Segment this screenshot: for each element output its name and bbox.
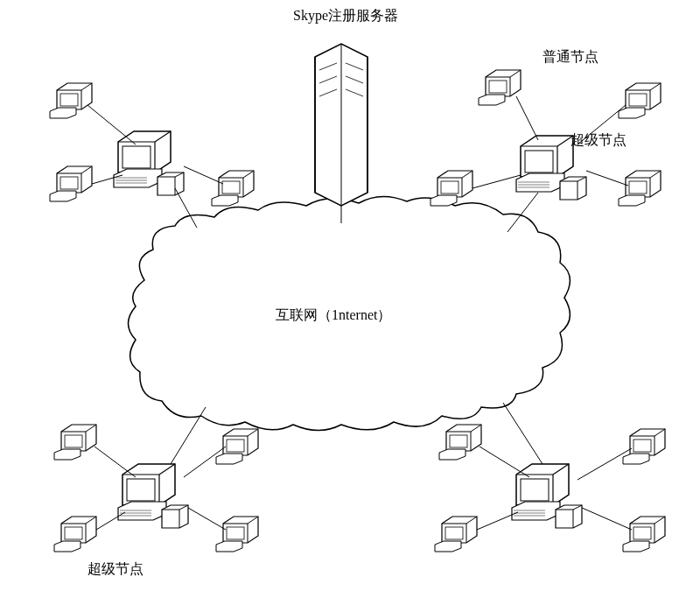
svg-line-28 [516,96,538,140]
super-node-label-bottom: 超级节点 [88,560,144,579]
cluster-top-right [430,70,661,232]
svg-line-37 [171,407,206,464]
skype-server [315,44,368,206]
svg-line-24 [88,105,136,144]
cluster-bottom-left [54,407,258,552]
internet-label: 互联网（1nternet） [276,306,391,325]
svg-line-30 [472,175,521,188]
svg-line-42 [503,403,542,464]
svg-line-32 [508,193,538,232]
ordinary-node-label: 普通节点 [542,48,598,67]
title-label: Skype注册服务器 [293,7,398,25]
svg-line-40 [477,512,518,530]
super-node-label-top: 超级节点 [570,131,626,150]
cluster-bottom-right [435,403,665,552]
svg-line-31 [586,171,628,186]
svg-line-36 [188,508,226,530]
svg-line-35 [96,512,125,530]
svg-line-33 [94,447,136,477]
svg-line-26 [184,166,223,184]
svg-line-41 [582,508,632,530]
cluster-top-left [50,83,254,228]
svg-line-38 [480,447,529,477]
